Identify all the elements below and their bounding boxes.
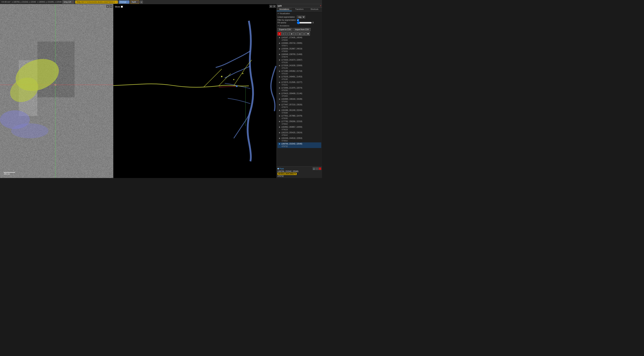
- slices-checkbox[interactable]: [121, 6, 123, 8]
- item-id: 479642: [279, 134, 321, 136]
- item-dot: [279, 71, 280, 72]
- 3d-settings-btn[interactable]: ⚙: [273, 5, 276, 8]
- item-coords: (182233, 255425, 23024): [282, 132, 302, 134]
- item-id: 479629: [279, 128, 321, 131]
- point-anno-id: 479732: [278, 175, 284, 177]
- item-id: 479336: [279, 89, 321, 92]
- item-id: 479588: [279, 112, 321, 114]
- list-item[interactable]: (177447, 257210, 23026) 479573: [278, 103, 321, 109]
- tab-1img[interactable]: 1img 124 ×: [62, 0, 74, 4]
- point-type-label: Point: [278, 168, 284, 170]
- filter-seg-label: Filter by segmentation:: [278, 19, 296, 21]
- list-item[interactable]: (182962, 260857, 22093) 479629: [278, 126, 321, 131]
- tab-2seg-label: 2seg: [76, 1, 80, 3]
- up-tool-btn[interactable]: ∧: [302, 32, 306, 36]
- import-csv-button[interactable]: Import from CSV: [293, 28, 310, 31]
- list-item[interactable]: (155599, 252867, 24019) 479005: [278, 47, 321, 53]
- list-item[interactable]: (143167, 273435, 24544) 478930: [278, 36, 321, 42]
- linked-seg-select[interactable]: seg: [297, 16, 305, 18]
- list-item[interactable]: (160048, 238709, 21468) 479078: [278, 53, 321, 58]
- circle-tool-btn[interactable]: ⊕: [290, 32, 294, 36]
- point-link-btn[interactable]: ⚓: [313, 168, 315, 170]
- filter-seg-row: Filter by segmentation:: [278, 19, 321, 21]
- list-item[interactable]: (177782, 258266, 22318) 479602: [278, 120, 321, 126]
- tab-2seg-close[interactable]: ×: [116, 1, 117, 3]
- list-item-selected[interactable]: (180766, 231542, 22540) 479732: [278, 142, 321, 148]
- list-item[interactable]: (155960, 255718, 23995) 478971: [278, 42, 321, 47]
- item-dot: [279, 82, 280, 83]
- tab-3merge-label: 3merge: [120, 1, 126, 3]
- slices-label-area: Slices: [115, 6, 123, 8]
- item-dot: [279, 76, 280, 77]
- panel-close-button[interactable]: ×: [320, 4, 321, 7]
- tab-shortcuts[interactable]: Shortcuts: [307, 8, 322, 11]
- scale-bar-label: 200 nm: [4, 173, 10, 175]
- list-item[interactable]: (172056, 211970, 22074) 479336: [278, 86, 321, 92]
- list-item[interactable]: (170415, 209408, 21146) 479383: [278, 92, 321, 98]
- view-controls-3d: ⊞ ⚙: [270, 5, 276, 8]
- item-coords: (172056, 211970, 22074): [282, 87, 302, 89]
- tab-transform[interactable]: Transform: [292, 8, 307, 11]
- main-layout: ⊞ ⚙ 200 nm Slices: [0, 4, 322, 178]
- right-panel-content: ▼ Visualization Linked segmentation: seg…: [277, 11, 322, 166]
- list-item[interactable]: (181046, 244518, 22953) 479652: [278, 137, 321, 142]
- tab-3merge-close[interactable]: ×: [127, 1, 128, 3]
- item-coords: (181046, 244518, 22953): [282, 137, 302, 139]
- list-item[interactable]: (181086, 261240, 22244) 479588: [278, 109, 321, 114]
- right-panel: split × Annotations Transform Shortcuts …: [276, 4, 322, 178]
- item-dot: [279, 115, 280, 116]
- visualization-section-header[interactable]: ▼ Visualization: [278, 12, 321, 15]
- svg-point-12: [236, 86, 238, 87]
- filter-seg-checkbox[interactable]: [297, 19, 299, 21]
- line-tool-btn[interactable]: □: [282, 32, 285, 36]
- item-coords: (143167, 273435, 24544): [282, 36, 302, 38]
- tab-3merge[interactable]: 3merge ×: [119, 0, 130, 4]
- point-segment-id: 86469113605385674: [278, 172, 297, 175]
- point-coords-display: (180766, 231542, 22540): [278, 170, 321, 172]
- item-coords: (155960, 255718, 23995): [282, 42, 302, 44]
- list-item[interactable]: (171380, 245362, 21719) 479150: [278, 70, 321, 75]
- 3d-layout-btn[interactable]: ⊞: [270, 5, 272, 8]
- fill-opacity-slider[interactable]: [297, 22, 312, 24]
- tab-4split-close[interactable]: ×: [137, 1, 138, 3]
- layout-btn[interactable]: ⊞: [106, 5, 109, 8]
- panel-title: split: [278, 5, 282, 7]
- bidirectional-tool-btn[interactable]: ↔: [286, 32, 290, 36]
- svg-line-11: [219, 86, 237, 87]
- export-csv-button[interactable]: Export to CSV: [278, 28, 292, 31]
- list-item[interactable]: (172575, 212595, 22277) 479231: [278, 81, 321, 86]
- add-tab-button[interactable]: +: [140, 0, 143, 4]
- list-item[interactable]: (170235, 249491, 21453) 479180: [278, 75, 321, 81]
- list-item[interactable]: (173333, 241673, 22067) 479106: [278, 58, 321, 64]
- tab-annotations[interactable]: Annotations: [277, 8, 292, 11]
- annotations-section-header[interactable]: ▼ Annotations: [278, 24, 321, 27]
- item-coords: (177931, 257980, 22478): [282, 115, 302, 117]
- point-copy-btn[interactable]: □: [316, 168, 318, 170]
- fill-opacity-value: 0: [312, 22, 314, 24]
- point-delete-btn[interactable]: ×: [319, 168, 321, 170]
- rect-tool-btn[interactable]: □: [294, 32, 298, 36]
- list-item[interactable]: (177931, 257980, 22478) 479595: [278, 114, 321, 120]
- tab-2seg[interactable]: 2seg 89672733394264058-86469113648755918…: [75, 0, 118, 4]
- tab-4split-label: 4split: [132, 1, 136, 3]
- point-indicator: [278, 168, 279, 170]
- star-tool-btn[interactable]: ✱: [306, 32, 310, 36]
- ellipse-tool-btn[interactable]: ◎: [298, 32, 302, 36]
- item-coords: (160048, 238709, 21468): [282, 53, 302, 55]
- center-3d-panel[interactable]: Slices: [113, 4, 276, 178]
- top-bar: 4:4:40 nm³ x 180766, y 231542, z 22540 x…: [0, 0, 322, 4]
- tab-4split[interactable]: 4split ×: [130, 0, 139, 4]
- list-item[interactable]: (173326, 241630, 22069) 479126: [278, 64, 321, 70]
- svg-point-7: [221, 76, 222, 77]
- list-item[interactable]: (182233, 255425, 23024) 479642: [278, 131, 321, 137]
- view-controls-tl: ⊞ ⚙: [106, 5, 112, 8]
- list-item[interactable]: (182889, 198160, 19189) 479392: [278, 98, 321, 103]
- left-2d-panel[interactable]: ⊞ ⚙ 200 nm: [0, 4, 113, 178]
- point-label-text: Point: [280, 168, 284, 170]
- point-tool-btn[interactable]: ●: [278, 32, 281, 36]
- 3d-view-overlay: [113, 4, 276, 178]
- svg-point-8: [233, 79, 234, 80]
- tab-1img-close[interactable]: ×: [72, 1, 73, 3]
- item-coords: (180766, 231542, 22540): [282, 143, 302, 145]
- settings-btn[interactable]: ⚙: [110, 5, 112, 8]
